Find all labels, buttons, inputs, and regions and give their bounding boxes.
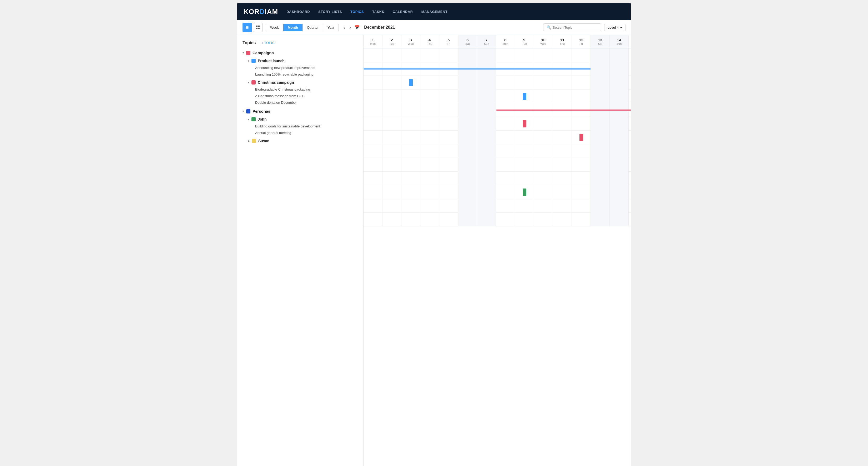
cal-cell: [439, 49, 458, 62]
cal-cell: [629, 117, 631, 130]
cal-day-num-11: 11: [560, 38, 564, 42]
cal-cell: [382, 185, 401, 199]
nav-management[interactable]: MANAGEMENT: [422, 10, 448, 14]
cal-day-name-4: Thu: [427, 42, 432, 45]
product-launch-group: ▾ Product launch Announcing new product …: [237, 57, 363, 78]
cal-cell: [420, 172, 439, 185]
cal-cell: [515, 158, 534, 172]
cal-cell: [364, 130, 382, 144]
cal-cell: [420, 185, 439, 199]
nav-bar: KORDIAM DASHBOARD STORY LISTS TOPICS TAS…: [237, 3, 631, 20]
cal-cell: [477, 158, 496, 172]
svg-rect-2: [256, 28, 257, 29]
cal-cell: [439, 130, 458, 144]
nav-topics[interactable]: TOPICS: [350, 10, 364, 14]
cal-cell: [553, 144, 572, 158]
cal-cell: [572, 144, 591, 158]
cal-cell: [382, 199, 401, 213]
cal-cell: [629, 76, 631, 89]
add-topic-button[interactable]: + TOPIC: [259, 40, 276, 45]
susan-color: [252, 139, 256, 143]
cal-cell: [401, 144, 420, 158]
cal-cell: [629, 144, 631, 158]
cal-day-num-5: 5: [447, 38, 450, 42]
cal-header-day-2: 2Tue: [382, 35, 401, 48]
story-building-goals[interactable]: Building goals for sustainable developme…: [237, 123, 363, 129]
story-announcing[interactable]: Announcing new product improvements: [237, 64, 363, 71]
cal-cell: [553, 199, 572, 213]
cal-cell: [458, 185, 477, 199]
nav-dashboard[interactable]: DASHBOARD: [286, 10, 310, 14]
cal-cell: [439, 144, 458, 158]
calendar-icon[interactable]: 📅: [354, 25, 360, 30]
cal-cell: [382, 213, 401, 226]
cal-cell: [610, 199, 629, 213]
cal-cell: [477, 144, 496, 158]
story-ceo-message[interactable]: A Christmas message from CEO: [237, 93, 363, 99]
cal-cell: [629, 185, 631, 199]
level-select[interactable]: Level 4 ▾: [604, 24, 625, 31]
cal-cell: [420, 144, 439, 158]
cal-day-num-1: 1: [372, 38, 374, 42]
week-button[interactable]: Week: [266, 24, 283, 31]
svg-rect-1: [258, 26, 259, 27]
cal-cell: [610, 185, 629, 199]
cal-header-day-6: 6Sat: [458, 35, 477, 48]
cal-header-day-3: 3Wed: [401, 35, 420, 48]
next-button[interactable]: ›: [348, 24, 352, 31]
campaigns-chevron: ▾: [243, 51, 244, 55]
story-biodegradable[interactable]: Biodegradable Christmas packaging: [237, 86, 363, 93]
search-icon: 🔍: [547, 25, 551, 29]
cal-cell: [553, 158, 572, 172]
campaigns-header[interactable]: ▾ Campaigns: [237, 49, 363, 57]
cal-cell: [610, 89, 629, 103]
cal-cell: [477, 213, 496, 226]
cal-day-num-2: 2: [391, 38, 393, 42]
story-launching[interactable]: Launching 100% recyclable packaging: [237, 71, 363, 78]
grid-view-button[interactable]: [253, 23, 262, 32]
cal-cell: [439, 89, 458, 103]
year-button[interactable]: Year: [323, 24, 339, 31]
john-chevron: ▾: [248, 118, 249, 121]
cal-day-name-6: Sat: [465, 42, 470, 45]
personas-chevron: ▾: [243, 110, 244, 113]
cal-day-name-3: Wed: [408, 42, 413, 45]
cal-header-day-4: 4Thu: [420, 35, 439, 48]
cal-cell: [382, 130, 401, 144]
product-launch-header[interactable]: ▾ Product launch: [237, 57, 363, 64]
cal-cell: [591, 158, 610, 172]
john-header[interactable]: ▾ John: [237, 116, 363, 123]
cal-cell: [534, 144, 553, 158]
cal-cell: [458, 144, 477, 158]
gantt-marker: [523, 120, 526, 127]
cal-cell: [572, 49, 591, 62]
nav-storylists[interactable]: STORY LISTS: [318, 10, 342, 14]
cal-cell: [382, 49, 401, 62]
cal-cell: [572, 185, 591, 199]
cal-cell: [477, 172, 496, 185]
cal-cell: [553, 76, 572, 89]
list-view-button[interactable]: ☰: [243, 23, 252, 32]
cal-cell: [515, 199, 534, 213]
personas-header[interactable]: ▾ Personas: [237, 107, 363, 116]
cal-cell: [534, 172, 553, 185]
story-double-donation[interactable]: Double donation December: [237, 99, 363, 106]
cal-cell: [591, 185, 610, 199]
cal-day-num-8: 8: [504, 38, 506, 42]
cal-cell: [439, 158, 458, 172]
quarter-button[interactable]: Quarter: [303, 24, 323, 31]
month-button[interactable]: Month: [283, 24, 303, 31]
cal-cell: [458, 103, 477, 117]
search-input[interactable]: [553, 26, 598, 29]
nav-tasks[interactable]: TASKS: [372, 10, 384, 14]
nav-calendar[interactable]: CALENDAR: [393, 10, 413, 14]
story-annual-meeting[interactable]: Annual general meeting: [237, 129, 363, 136]
susan-header[interactable]: ▶ Susan: [237, 137, 363, 145]
christmas-header[interactable]: ▾ Christmas campaign: [237, 79, 363, 86]
level-label: Level 4: [608, 26, 619, 29]
cal-cell: [629, 158, 631, 172]
cal-cell: [629, 130, 631, 144]
cal-cell: [477, 76, 496, 89]
prev-button[interactable]: ‹: [342, 24, 347, 31]
cal-cell: [534, 185, 553, 199]
